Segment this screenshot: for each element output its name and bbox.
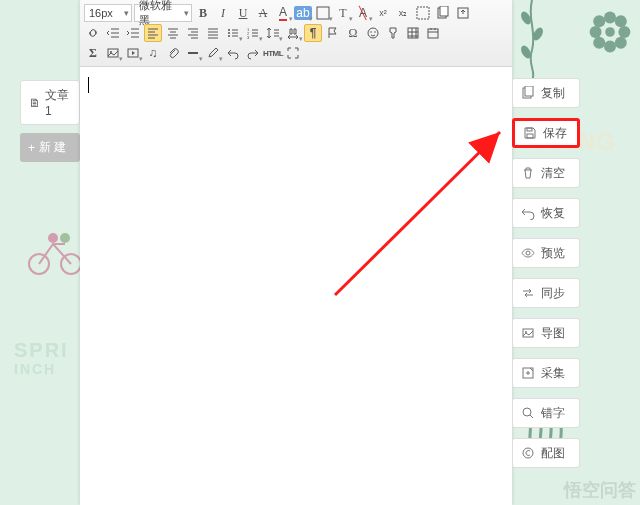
eye-icon <box>521 246 535 260</box>
subscript-button[interactable]: x₂ <box>394 4 412 22</box>
video-button[interactable] <box>124 44 142 62</box>
border-style-button[interactable] <box>314 4 332 22</box>
preview-action-button[interactable]: 预览 <box>512 238 580 268</box>
attachment-button[interactable] <box>164 44 182 62</box>
ol-button[interactable]: 123 <box>244 24 262 42</box>
svg-point-23 <box>228 35 230 37</box>
audio-button[interactable]: ♫ <box>144 44 162 62</box>
copy-action-button[interactable]: 复制 <box>512 78 580 108</box>
match-action-label: 配图 <box>541 445 565 462</box>
article-tab-1[interactable]: 🗎 文章1 <box>20 80 80 125</box>
svg-point-15 <box>60 233 70 243</box>
svg-point-22 <box>228 32 230 34</box>
export-action-button[interactable]: 导图 <box>512 318 580 348</box>
pencil-button[interactable] <box>204 44 222 62</box>
new-article-label: 新 建 <box>39 139 66 156</box>
ul-button[interactable] <box>224 24 242 42</box>
svg-point-4 <box>618 26 630 38</box>
hr-button[interactable] <box>184 44 202 62</box>
copy-icon <box>521 86 535 100</box>
copy-action-label: 复制 <box>541 85 565 102</box>
bg-vine <box>512 0 552 80</box>
svg-rect-37 <box>527 128 532 131</box>
sync-action-label: 同步 <box>541 285 565 302</box>
clear-action-button[interactable]: 清空 <box>512 158 580 188</box>
line-height-button[interactable] <box>264 24 282 42</box>
match-action-button[interactable]: 配图 <box>512 438 580 468</box>
text-style-button[interactable]: T <box>334 4 352 22</box>
svg-point-7 <box>593 37 605 49</box>
image-button[interactable] <box>104 44 122 62</box>
format-brush-button[interactable] <box>384 24 402 42</box>
superscript-button[interactable]: x² <box>374 4 392 22</box>
bold-button[interactable]: B <box>194 4 212 22</box>
watermark: 悟空问答 <box>564 481 636 499</box>
letter-spacing-button[interactable] <box>284 24 302 42</box>
svg-point-43 <box>523 408 531 416</box>
editor-canvas[interactable] <box>80 67 512 505</box>
collect-action-button[interactable]: 采集 <box>512 358 580 388</box>
left-sidebar: 🗎 文章1 + 新 建 <box>20 80 80 162</box>
sigma-button[interactable]: Σ <box>84 44 102 62</box>
article-tab-label: 文章1 <box>45 87 71 118</box>
emoji-button[interactable] <box>364 24 382 42</box>
restore-action-button[interactable]: 恢复 <box>512 198 580 228</box>
calendar-button[interactable] <box>424 24 442 42</box>
preview-action-label: 预览 <box>541 245 565 262</box>
underline-button[interactable]: U <box>234 4 252 22</box>
align-left-button[interactable] <box>144 24 162 42</box>
svg-point-6 <box>615 15 627 27</box>
collect-action-label: 采集 <box>541 365 565 382</box>
undo-button[interactable] <box>224 44 242 62</box>
svg-text:3: 3 <box>247 35 250 40</box>
svg-point-9 <box>519 10 533 26</box>
undo-icon <box>521 206 535 220</box>
flag-button[interactable] <box>324 24 342 42</box>
search-icon <box>521 406 535 420</box>
typo-action-label: 错字 <box>541 405 565 422</box>
paragraph-mark-button[interactable]: ¶ <box>304 24 322 42</box>
export-action-label: 导图 <box>541 325 565 342</box>
svg-point-28 <box>370 31 372 33</box>
trash-icon <box>521 166 535 180</box>
typo-action-button[interactable]: 错字 <box>512 398 580 428</box>
collect-icon <box>521 366 535 380</box>
font-color-button[interactable]: A <box>274 4 292 22</box>
clear-format-button[interactable]: A╲ <box>354 4 372 22</box>
bg-color-button[interactable]: ab <box>294 4 312 22</box>
image-icon <box>521 326 535 340</box>
svg-rect-36 <box>525 86 533 96</box>
strike-button[interactable]: A <box>254 4 272 22</box>
export-button[interactable] <box>454 4 472 22</box>
select-all-button[interactable] <box>414 4 432 22</box>
omega-button[interactable]: Ω <box>344 24 362 42</box>
save-action-label: 保存 <box>543 125 567 142</box>
align-center-button[interactable] <box>164 24 182 42</box>
html-source-button[interactable]: HTML <box>264 44 282 62</box>
link-button[interactable] <box>84 24 102 42</box>
redo-button[interactable] <box>244 44 262 62</box>
align-right-button[interactable] <box>184 24 202 42</box>
fullscreen-button[interactable] <box>284 44 302 62</box>
svg-point-13 <box>61 254 81 274</box>
svg-point-44 <box>523 448 533 458</box>
font-family-select[interactable]: 微软雅黑 <box>134 4 192 22</box>
sync-action-button[interactable]: 同步 <box>512 278 580 308</box>
italic-button[interactable]: I <box>214 4 232 22</box>
svg-rect-31 <box>428 29 438 38</box>
new-article-button[interactable]: + 新 建 <box>20 133 80 162</box>
outdent-button[interactable] <box>104 24 122 42</box>
sync-icon <box>521 286 535 300</box>
svg-point-10 <box>531 26 545 42</box>
align-justify-button[interactable] <box>204 24 222 42</box>
editor: 16px 微软雅黑 B I U A A ab T A╲ x² x₂ <box>80 0 512 505</box>
indent-button[interactable] <box>124 24 142 42</box>
svg-point-3 <box>590 26 602 38</box>
copyright-icon <box>521 446 535 460</box>
font-size-select[interactable]: 16px <box>84 4 132 22</box>
table-button[interactable] <box>404 24 422 42</box>
copy-button[interactable] <box>434 4 452 22</box>
plus-icon: + <box>28 141 35 155</box>
save-action-button[interactable]: 保存 <box>512 118 580 148</box>
svg-point-0 <box>605 27 615 37</box>
